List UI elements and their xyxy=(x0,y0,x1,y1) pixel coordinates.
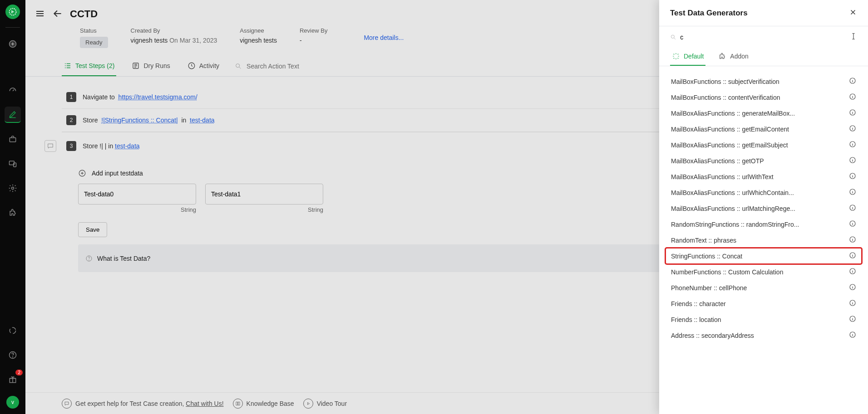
loading-icon[interactable] xyxy=(5,322,21,339)
left-sidebar: 2 v xyxy=(0,0,25,414)
generator-item[interactable]: MailBoxAliasFunctions :: getEmailSubject xyxy=(666,137,862,153)
info-icon[interactable] xyxy=(849,331,856,340)
info-icon[interactable] xyxy=(849,252,856,260)
app-logo[interactable] xyxy=(5,5,20,19)
generator-item[interactable]: MailBoxAliasFunctions :: urlWhichContain… xyxy=(666,185,862,200)
panel-title: Test Data Generators xyxy=(670,9,748,18)
tab-addon[interactable]: Addon xyxy=(716,48,750,66)
generator-item[interactable]: MailBoxAliasFunctions :: urlWithText xyxy=(666,169,862,185)
search-icon xyxy=(235,63,242,70)
meta-status: Status Ready xyxy=(80,27,108,48)
status-badge: Ready xyxy=(80,37,108,48)
tab-activity[interactable]: Activity xyxy=(186,56,221,76)
hamburger-icon[interactable] xyxy=(35,8,45,20)
test-data-generators-panel: Test Data Generators Default Addon MailB… xyxy=(659,0,868,414)
info-icon[interactable] xyxy=(849,204,856,213)
step-function-link[interactable]: !|StringFunctions :: Concat| xyxy=(101,117,178,124)
tab-dry-runs[interactable]: Dry Runs xyxy=(130,56,172,76)
text-cursor-icon xyxy=(850,33,857,41)
info-icon[interactable] xyxy=(849,109,856,117)
help-icon[interactable] xyxy=(5,347,21,363)
generator-item[interactable]: PhoneNumber :: cellPhone xyxy=(666,280,862,296)
edit-icon[interactable] xyxy=(5,107,21,123)
svg-point-6 xyxy=(10,327,15,333)
footer-chat[interactable]: Get expert help for Test Case creation, … xyxy=(62,399,224,409)
more-details-link[interactable]: More details... xyxy=(364,34,404,41)
meta-created-by: Created By vignesh tests On Mar 31, 2023 xyxy=(131,27,217,44)
meta-assignee: Assignee vignesh tests xyxy=(240,27,277,44)
step-target-link[interactable]: test-data xyxy=(190,117,214,124)
add-icon[interactable] xyxy=(5,36,21,52)
action-search-input[interactable] xyxy=(245,61,335,72)
info-icon[interactable] xyxy=(849,125,856,133)
briefcase-icon[interactable] xyxy=(5,131,21,147)
info-icon[interactable] xyxy=(849,220,856,229)
tab-test-steps[interactable]: Test Steps (2) xyxy=(62,56,116,76)
svg-point-8 xyxy=(13,357,13,357)
info-icon[interactable] xyxy=(849,156,856,165)
generator-item[interactable]: Address :: secondaryAddress xyxy=(666,327,862,343)
gift-icon[interactable]: 2 xyxy=(5,371,21,388)
book-icon xyxy=(233,399,243,409)
step-number: 3 xyxy=(66,141,76,151)
info-icon[interactable] xyxy=(849,93,856,102)
generator-item[interactable]: MailBoxAliasFunctions :: urlMatchingRege… xyxy=(666,200,862,216)
save-button[interactable]: Save xyxy=(78,222,107,237)
info-icon[interactable] xyxy=(849,172,856,181)
play-icon xyxy=(303,399,313,409)
info-icon[interactable] xyxy=(849,77,856,86)
help-circle-icon xyxy=(85,255,93,262)
avatar[interactable]: v xyxy=(6,396,19,409)
search-icon xyxy=(670,34,676,41)
panel-search xyxy=(659,26,868,44)
what-is-test-data-link[interactable]: What is Test Data? xyxy=(97,255,150,262)
generator-item[interactable]: MailBoxFunctions :: contentVerification xyxy=(666,89,862,105)
generator-item[interactable]: Friends :: character xyxy=(666,296,862,312)
generator-item[interactable]: MailBoxAliasFunctions :: generateMailBox… xyxy=(666,105,862,121)
generator-list: MailBoxFunctions :: subjectVerificationM… xyxy=(659,66,868,414)
tab-default[interactable]: Default xyxy=(670,48,705,66)
generator-item[interactable]: RandomText :: phrases xyxy=(666,232,862,248)
close-icon[interactable] xyxy=(849,8,857,18)
svg-point-20 xyxy=(671,35,674,38)
puzzle-icon[interactable] xyxy=(5,205,21,221)
generator-item[interactable]: Friends :: location xyxy=(666,312,862,327)
info-icon[interactable] xyxy=(849,188,856,197)
back-arrow-icon[interactable] xyxy=(52,8,64,21)
chat-bubble-icon xyxy=(62,399,72,409)
svg-rect-2 xyxy=(10,138,15,142)
generator-item[interactable]: StringFunctions :: Concat xyxy=(666,248,862,264)
panel-search-input[interactable] xyxy=(680,34,846,41)
gear-icon[interactable] xyxy=(5,180,21,196)
testdata-type-0: String xyxy=(78,206,196,213)
meta-review-by: Review By - xyxy=(300,27,327,44)
info-icon[interactable] xyxy=(849,141,856,149)
footer-video[interactable]: Video Tour xyxy=(303,399,347,409)
info-icon[interactable] xyxy=(849,283,856,292)
svg-point-12 xyxy=(236,64,240,68)
generator-item[interactable]: NumberFunctions :: Custom Calculation xyxy=(666,264,862,280)
step-target-link[interactable]: test-data xyxy=(115,142,139,150)
page-title: CCTD xyxy=(70,8,98,20)
testdata-input-0[interactable] xyxy=(78,184,196,205)
generator-item[interactable]: MailBoxAliasFunctions :: getEmailContent xyxy=(666,121,862,137)
generator-item[interactable]: RandomStringFunctions :: randomStringFro… xyxy=(666,216,862,232)
step-number: 2 xyxy=(66,115,76,125)
step-number: 1 xyxy=(66,92,76,102)
generator-item[interactable]: MailBoxAliasFunctions :: getOTP xyxy=(666,153,862,169)
info-icon[interactable] xyxy=(849,268,856,276)
svg-point-18 xyxy=(89,260,89,260)
dashboard-icon[interactable] xyxy=(5,82,21,98)
step-url-link[interactable]: https://travel.testsigma.com/ xyxy=(118,93,197,101)
svg-point-5 xyxy=(12,187,14,190)
info-icon[interactable] xyxy=(849,236,856,244)
action-search xyxy=(235,61,335,72)
info-icon[interactable] xyxy=(849,299,856,308)
gift-badge: 2 xyxy=(15,370,23,375)
devices-icon[interactable] xyxy=(5,156,21,172)
testdata-input-1[interactable] xyxy=(205,184,323,205)
info-icon[interactable] xyxy=(849,315,856,324)
footer-kb[interactable]: Knowledge Base xyxy=(233,399,294,409)
chat-icon[interactable] xyxy=(44,140,56,152)
generator-item[interactable]: MailBoxFunctions :: subjectVerification xyxy=(666,73,862,89)
